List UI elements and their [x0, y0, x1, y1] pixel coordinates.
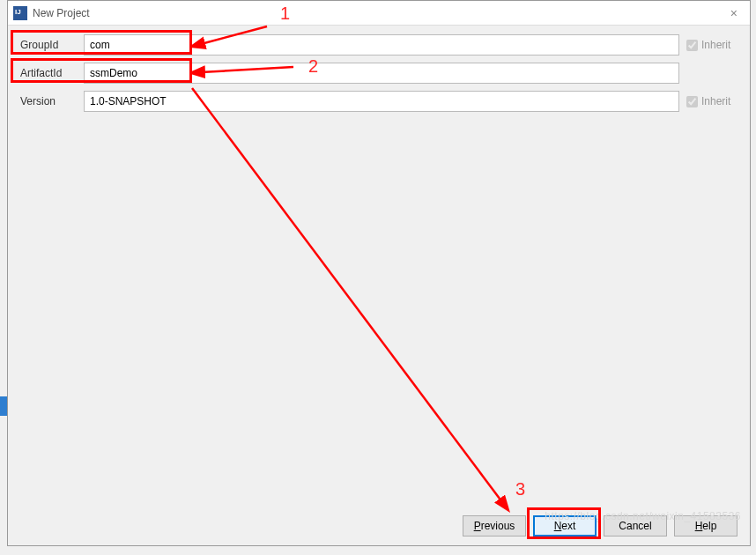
version-label: Version	[20, 95, 77, 107]
artifactid-row: ArtifactId	[20, 63, 737, 84]
intellij-icon	[13, 6, 27, 20]
titlebar: New Project ×	[8, 1, 750, 26]
artifactid-input[interactable]	[84, 63, 679, 84]
version-inherit[interactable]: Inherit	[686, 95, 737, 107]
groupid-inherit-checkbox	[686, 40, 698, 51]
artifactid-label: ArtifactId	[20, 67, 77, 79]
new-project-dialog: New Project × GroupId Inherit ArtifactId…	[7, 0, 751, 546]
groupid-label: GroupId	[20, 39, 77, 51]
version-inherit-checkbox	[686, 96, 698, 107]
groupid-row: GroupId Inherit	[20, 34, 737, 56]
close-icon[interactable]: ×	[723, 4, 745, 22]
version-row: Version Inherit	[20, 91, 737, 112]
groupid-inherit-label: Inherit	[701, 39, 730, 51]
previous-button[interactable]: Previous	[463, 515, 526, 536]
groupid-input[interactable]	[84, 34, 679, 56]
version-input[interactable]	[84, 91, 679, 112]
groupid-inherit[interactable]: Inherit	[686, 39, 737, 51]
background-strip	[0, 396, 7, 416]
watermark-text: https://blog.csdn.net/weixin_41583536	[545, 510, 741, 522]
window-title: New Project	[33, 7, 723, 19]
dialog-content: GroupId Inherit ArtifactId Version Inher…	[8, 26, 750, 128]
version-inherit-label: Inherit	[701, 95, 730, 107]
